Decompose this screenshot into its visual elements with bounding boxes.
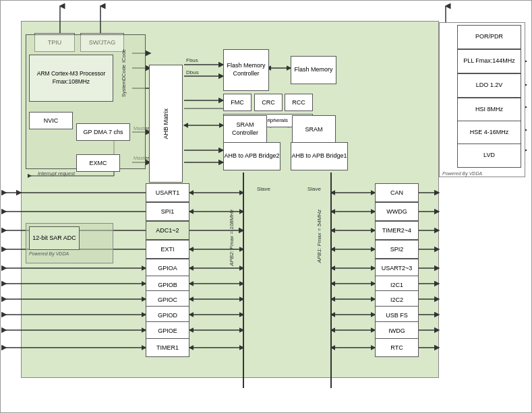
nvic-block: NVIC <box>29 112 73 129</box>
rcc-block: RCC <box>285 94 313 111</box>
iwdg-block: IWDG <box>375 321 419 340</box>
diagram-container: Fbus Dbus <box>0 0 532 413</box>
wwdg-block: WWDG <box>375 202 419 221</box>
ahb-matrix-block: AHB Matrix <box>149 65 183 183</box>
pll-block: PLL Fmax:144MHz <box>457 49 521 73</box>
ahb-apb-bridge2-block: AHB to APB Bridge2 <box>223 142 280 170</box>
apb2-label: APB2: Fmax = 108MHz <box>229 210 235 266</box>
arm-processor-block: ARM Cortex-M3 Processor Fmax:108MHz <box>29 55 113 102</box>
ahb-apb-bridge1-block: AHB to APB Bridge1 <box>291 142 348 170</box>
hse-block: HSE 4-16MHz <box>457 121 521 145</box>
gpioa-block: GPIOA <box>146 259 189 278</box>
por-pdr-block: POR/PDR <box>457 25 521 49</box>
sram-ctrl-block: SRAM Controller <box>223 115 267 144</box>
sar-adc-block: 12-bit SAR ADC <box>29 226 80 250</box>
dcode-label: DCode <box>121 65 127 80</box>
rtc-block: RTC <box>375 338 419 357</box>
fmc-block: FMC <box>223 94 252 111</box>
sar-powered-label: Powered By VDDA <box>29 251 69 256</box>
gp-dma-block: GP DMA 7 chs <box>76 123 130 141</box>
ldo-block: LDO 1.2V <box>457 73 521 98</box>
powered-vdda-label: Powered By VDDA <box>442 171 482 176</box>
crc-block: CRC <box>254 94 283 111</box>
spi2-block: SPI2 <box>375 240 419 259</box>
icode-label: ICode <box>121 49 127 63</box>
flash-mem-ctrl-block: Flash Memory Controller <box>223 49 269 91</box>
exti-block: EXTI <box>146 240 189 259</box>
adc12-block: ADC1~2 <box>146 221 189 240</box>
timer1-block: TIMER1 <box>146 338 189 357</box>
system-label: System <box>121 80 127 97</box>
flash-mem-block: Flash Memory <box>291 56 336 84</box>
gpioe-block: GPIOE <box>146 321 189 340</box>
can-block: CAN <box>375 183 419 202</box>
lvd-block: LVD <box>457 144 521 168</box>
interrupt-label: Interrupt request <box>38 170 75 177</box>
sram-block: SRAM <box>292 115 336 144</box>
exmc-block: EXMC <box>76 154 120 172</box>
usart1-block: USART1 <box>146 183 189 202</box>
timer24-block: TIMER2~4 <box>375 221 419 240</box>
spi1-block: SPI1 <box>146 202 189 221</box>
apb1-label: APB1: Fmax = 54MHz <box>316 210 322 263</box>
hsi-block: HSI 8MHz <box>457 98 521 122</box>
usart23-block: USART2~3 <box>375 259 419 278</box>
